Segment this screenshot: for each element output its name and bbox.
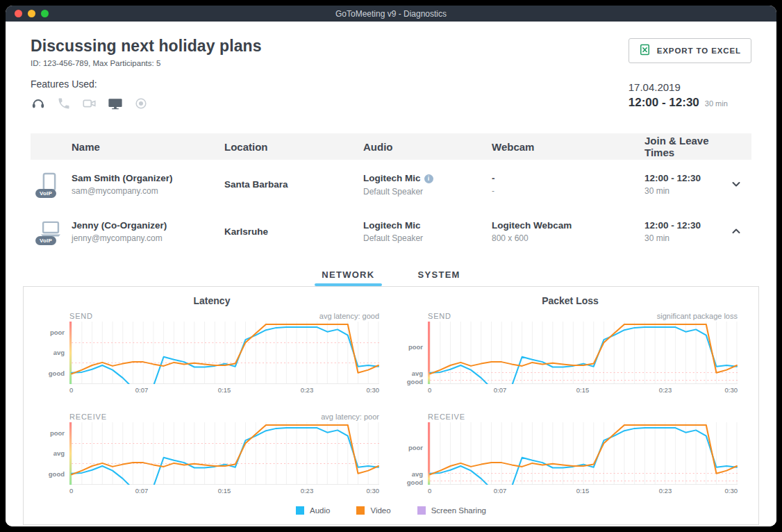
packet-loss-send-chart: Packet Loss SEND significant package los… — [403, 294, 738, 394]
column-header-audio: Audio — [363, 141, 492, 153]
column-header-webcam: Webcam — [492, 141, 644, 153]
x-axis-tick: 0:07 — [494, 487, 507, 494]
webcam-resolution: - — [492, 186, 644, 196]
window-titlebar: GoToMeeting v9 - Diagnostics — [6, 6, 776, 22]
x-axis-tick: 0:30 — [367, 386, 380, 394]
minimize-window-button[interactable] — [28, 10, 35, 17]
voip-badge: VoIP — [35, 236, 56, 245]
export-to-excel-button[interactable]: EXPORT TO EXCEL — [629, 38, 751, 63]
legend-item: Screen Sharing — [417, 506, 486, 515]
participant-row: VoIP Jenny (Co-Organizer) jenny@mycompan… — [31, 207, 751, 254]
chart-title: Packet Loss — [403, 295, 738, 309]
x-axis-tick: 0:23 — [659, 487, 672, 494]
y-axis-label: poor — [408, 343, 423, 351]
meeting-title: Discussing next holiday plans — [31, 37, 262, 56]
y-axis: pooravggood — [403, 322, 428, 384]
meeting-date: 17.04.2019 — [629, 81, 681, 93]
laptop-device-icon: VoIP — [39, 219, 63, 244]
close-window-button[interactable] — [15, 10, 22, 17]
join-leave-time: 12:00 - 12:30 — [644, 220, 726, 231]
diagnostics-tabs: NETWORK SYSTEM — [6, 264, 776, 286]
x-axis: 00:070:150:230:30 — [69, 485, 379, 495]
features-used-label: Features Used: — [31, 78, 262, 90]
participant-name: Sam Smith (Organizer) — [72, 173, 224, 183]
chart-legend: Audio Video Screen Sharing — [44, 506, 738, 515]
x-axis-tick: 0:23 — [301, 386, 314, 394]
audio-device: Logitech Mic — [363, 173, 421, 183]
x-axis-tick: 0:23 — [659, 386, 672, 394]
chart-plot — [428, 322, 738, 384]
diagnostics-panel: Latency SEND avg latency: good pooravggo… — [23, 286, 759, 525]
legend-label: Audio — [310, 506, 330, 515]
legend-label: Screen Sharing — [431, 506, 486, 515]
chart-direction-label: SEND — [428, 312, 451, 320]
meeting-subtitle: ID: 123-456-789, Max Participants: 5 — [31, 59, 262, 67]
webcam-resolution: 800 x 600 — [492, 233, 644, 243]
webcam-device: - — [492, 173, 644, 183]
tab-system[interactable]: SYSTEM — [415, 264, 463, 286]
zoom-window-button[interactable] — [41, 10, 49, 17]
join-leave-duration: 30 min — [644, 233, 726, 243]
participant-email: jenny@mycompany.com — [72, 233, 224, 243]
table-header: Name Location Audio Webcam Join & Leave … — [31, 133, 751, 160]
column-header-location: Location — [224, 141, 363, 153]
app-window: GoToMeeting v9 - Diagnostics Discussing … — [6, 6, 776, 526]
legend-label: Video — [370, 506, 390, 515]
y-axis-label: good — [49, 469, 65, 477]
chart-direction-label: RECEIVE — [428, 413, 465, 421]
meeting-duration: 30 min — [705, 99, 728, 108]
x-axis-tick: 0:07 — [494, 386, 507, 394]
chart-annotation: avg latency: poor — [321, 413, 379, 421]
y-axis-label: avg — [412, 469, 423, 477]
audio-legend-swatch — [296, 506, 304, 515]
x-axis-tick: 0 — [69, 386, 73, 394]
y-axis-label: poor — [50, 329, 65, 336]
x-axis-tick: 0:30 — [725, 386, 738, 394]
x-axis-tick: 0:30 — [725, 487, 738, 494]
voip-badge: VoIP — [35, 189, 56, 198]
participants-table: Name Location Audio Webcam Join & Leave … — [6, 133, 776, 254]
y-axis: pooravggood — [44, 422, 69, 485]
x-axis-tick: 0 — [428, 487, 431, 494]
chart-plot — [428, 422, 738, 485]
join-leave-time: 12:00 - 12:30 — [644, 173, 726, 183]
x-axis-tick: 0:15 — [218, 386, 231, 394]
chart-annotation: significant package loss — [657, 312, 738, 320]
export-button-label: EXPORT TO EXCEL — [657, 47, 741, 55]
participant-name: Jenny (Co-Organizer) — [72, 220, 224, 231]
chart-direction-label: SEND — [69, 312, 93, 320]
info-icon[interactable]: i — [424, 174, 433, 183]
chevron-down-icon[interactable] — [726, 174, 746, 194]
y-axis-label: good — [49, 369, 65, 376]
y-axis-label: poor — [50, 429, 65, 437]
webcam-icon — [82, 96, 97, 111]
packet-loss-receive-chart: RECEIVE pooravggood 00:070:150:230:30 — [403, 404, 738, 495]
column-header-name: Name — [72, 141, 224, 153]
x-axis: 00:070:150:230:30 — [428, 485, 738, 495]
phone-device-icon: VoIP — [39, 172, 63, 197]
x-axis-tick: 0:15 — [218, 487, 231, 494]
main-content: Discussing next holiday plans ID: 123-45… — [6, 22, 776, 526]
y-axis-label: avg — [53, 449, 65, 457]
audio-speaker: Default Speaker — [363, 187, 492, 197]
x-axis-tick: 0:23 — [301, 487, 314, 494]
participant-email: sam@mycompany.com — [72, 186, 224, 196]
legend-item: Audio — [296, 506, 330, 515]
x-axis-tick: 0 — [428, 386, 431, 394]
column-header-times: Join & Leave Times — [644, 135, 726, 158]
video-legend-swatch — [356, 506, 365, 515]
audio-speaker: Default Speaker — [363, 233, 492, 243]
chevron-up-icon[interactable] — [726, 222, 746, 241]
x-axis-tick: 0:15 — [576, 487, 590, 494]
latency-send-chart: Latency SEND avg latency: good pooravggo… — [44, 294, 379, 394]
chart-title: Latency — [44, 295, 379, 309]
x-axis-tick: 0:07 — [135, 487, 149, 494]
y-axis-label: avg — [53, 349, 65, 356]
chart-annotation: avg latency: good — [319, 312, 379, 320]
tab-network[interactable]: NETWORK — [319, 264, 377, 286]
header-left: Discussing next holiday plans ID: 123-45… — [31, 37, 262, 111]
meeting-time-range: 12:00 - 12:30 — [629, 96, 699, 110]
record-icon — [133, 96, 149, 111]
x-axis-tick: 0:30 — [367, 487, 380, 494]
y-axis: pooravggood — [44, 322, 69, 384]
